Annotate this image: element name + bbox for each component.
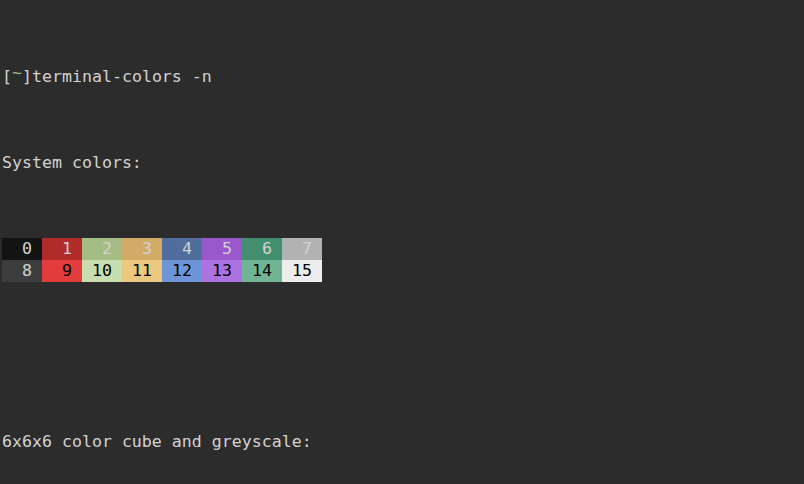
color-cell-8: 8: [2, 260, 42, 282]
color-cell-11: 11: [122, 260, 162, 282]
color-cell-1: 1: [42, 238, 82, 260]
command-line: [~]terminal-colors -n: [2, 66, 804, 86]
prompt-bracket-close: ]: [22, 67, 32, 86]
color-cell-13: 13: [202, 260, 242, 282]
terminal-screen[interactable]: [~]terminal-colors -n System colors: 012…: [0, 0, 804, 484]
system-colors-grid: 0123456789101112131415: [2, 238, 804, 282]
color-cell-10: 10: [82, 260, 122, 282]
color-cell-2: 2: [82, 238, 122, 260]
color-cell-12: 12: [162, 260, 202, 282]
system-color-line: 01234567: [2, 238, 804, 260]
color-cell-0: 0: [2, 238, 42, 260]
color-cell-4: 4: [162, 238, 202, 260]
system-colors-label: System colors:: [2, 152, 804, 172]
color-cell-6: 6: [242, 238, 282, 260]
color-cell-14: 14: [242, 260, 282, 282]
blank-line: [2, 348, 804, 362]
color-cell-3: 3: [122, 238, 162, 260]
color-cell-9: 9: [42, 260, 82, 282]
cube-label: 6x6x6 color cube and greyscale:: [2, 428, 804, 452]
color-cell-15: 15: [282, 260, 322, 282]
color-cell-7: 7: [282, 238, 322, 260]
color-cell-5: 5: [202, 238, 242, 260]
system-color-line: 89101112131415: [2, 260, 804, 282]
prompt-bracket-open: [: [2, 67, 12, 86]
prompt-home-tilde: ~: [12, 63, 22, 82]
command-text: terminal-colors -n: [32, 67, 212, 86]
